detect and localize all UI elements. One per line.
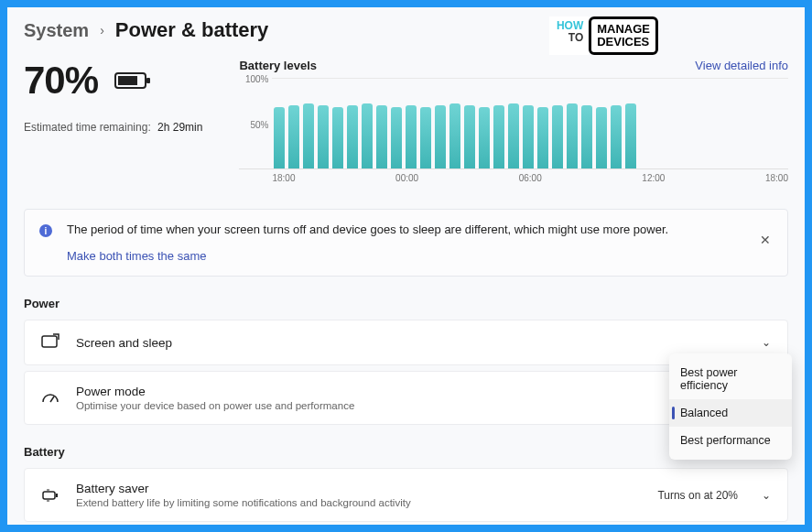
x-tick: 06:00 [519,173,542,183]
chevron-down-icon[interactable]: ⌄ [762,489,771,502]
x-tick: 18:00 [272,173,295,183]
chart-bar [464,105,475,168]
card-title: Screen and sleep [76,336,745,350]
svg-rect-1 [146,78,150,83]
card-title: Battery saver [76,482,641,495]
chart-bar [318,105,329,168]
chart-bar [523,105,534,168]
chart-bar [303,103,314,168]
chart-bar [332,107,343,168]
chart-bar [435,105,446,168]
chart-bar [347,105,358,168]
chart-bar [376,105,387,168]
close-icon[interactable]: ✕ [760,233,774,248]
battery-saver-card[interactable]: Battery saver Extend battery life by lim… [24,468,788,522]
chevron-right-icon: › [100,23,104,38]
section-power: Power [24,297,788,310]
notice-text: The period of time when your screen turn… [67,223,668,236]
card-subtitle: Extend battery life by limiting some not… [76,497,641,508]
chart-bar [508,103,519,168]
breadcrumb-parent[interactable]: System [24,20,89,41]
chart-bar [552,105,563,168]
make-same-link[interactable]: Make both times the same [67,249,773,263]
info-icon: i [39,224,52,237]
power-mode-dropdown: Best power efficiencyBalancedBest perfor… [669,353,792,460]
chart-bar [362,103,373,168]
chart-bar [274,107,285,168]
power-mode-option[interactable]: Best performance [669,427,792,454]
chart-bar [449,103,460,168]
page-title: Power & battery [115,18,269,42]
saver-threshold: Turns on at 20% [657,489,738,502]
gauge-icon [41,389,60,407]
power-notice: i The period of time when your screen tu… [24,209,788,277]
chart-bar [391,107,402,168]
breadcrumb: System › Power & battery [24,18,788,42]
chart-bar [493,105,504,168]
svg-rect-2 [118,76,137,85]
battery-icon [114,71,151,91]
chart-bar [479,107,490,168]
svg-line-4 [50,396,54,402]
logo-text: MANAGE [597,23,650,36]
estimated-label: Estimated time remaining: [24,121,151,134]
chart-bar [596,107,607,168]
view-detailed-link[interactable]: View detailed info [695,59,788,72]
chart-title: Battery levels [239,59,317,72]
chart-bar [625,103,636,168]
svg-rect-3 [42,336,57,347]
logo-text: TO [557,32,583,44]
chart-bar [611,105,622,168]
site-logo: HOW TO MANAGE DEVICES [549,16,658,55]
power-mode-option[interactable]: Balanced [669,399,792,427]
chart-bar [537,107,548,168]
y-tick: 100% [245,74,269,84]
chart-bar [581,105,592,168]
x-tick: 18:00 [765,173,788,183]
y-tick: 50% [250,120,268,130]
chart-bar [567,103,578,168]
chart-bar [420,107,431,168]
card-subtitle: Optimise your device based on power use … [76,400,771,411]
chevron-down-icon[interactable]: ⌄ [762,336,771,349]
battery-chart: Battery levels View detailed info 100% 5… [239,59,788,183]
screen-icon [41,333,60,352]
battery-percent: 70% [24,59,98,103]
card-title: Power mode [76,385,771,398]
logo-text: DEVICES [597,36,650,49]
x-tick: 12:00 [642,173,665,183]
svg-rect-5 [43,492,55,499]
x-tick: 00:00 [395,173,418,183]
battery-saver-icon [41,486,60,505]
svg-rect-6 [56,494,58,497]
chart-bar [406,105,417,168]
estimated-value: 2h 29min [157,121,202,134]
logo-text: HOW [557,20,583,32]
power-mode-option[interactable]: Best power efficiency [669,359,792,399]
chart-bar [288,105,299,168]
